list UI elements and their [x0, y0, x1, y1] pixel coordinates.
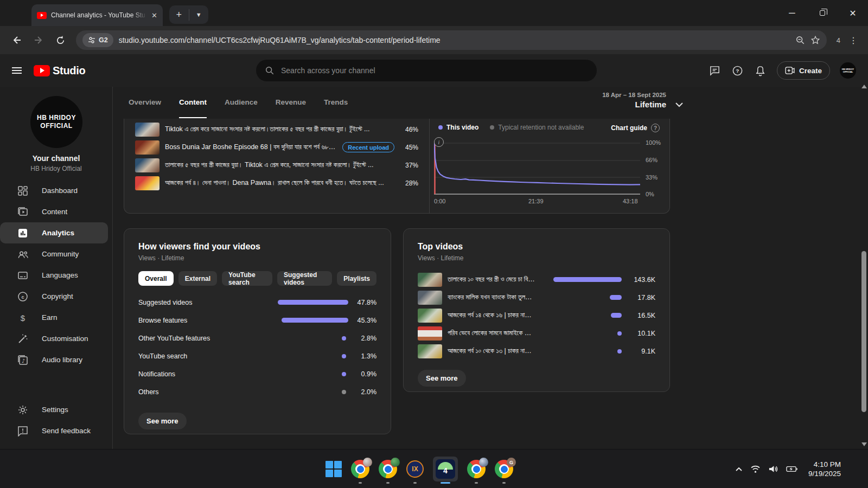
sidebar-item-community[interactable]: Community: [0, 243, 108, 265]
create-button[interactable]: Create: [777, 61, 830, 80]
search-input[interactable]: [281, 66, 588, 75]
sidebar-item-send-feedback[interactable]: Send feedback: [0, 420, 108, 441]
top-video-row[interactable]: আজকের পর্ব ১০ থেকে ১৩ | চাকর নাকি বি... …: [418, 342, 655, 360]
taskbar-active-app[interactable]: 4: [433, 454, 458, 484]
channel-avatar[interactable]: HB HRIDOY OFFICIAL: [30, 96, 82, 148]
notifications-bell-icon[interactable]: [754, 64, 767, 77]
top-video-row[interactable]: ব্যাংকের মালিক যখন ব্যাংকে টাকা তুলতে ..…: [418, 288, 655, 306]
traffic-row[interactable]: Others 2.0%: [138, 383, 376, 401]
top-video-row[interactable]: আজকের পর্ব ১৪ থেকে ১৬ | চাকর নাকি বি... …: [418, 306, 655, 324]
chip-playlists[interactable]: Playlists: [337, 271, 376, 286]
window-close-button[interactable]: ✕: [838, 0, 868, 26]
retention-line-chart[interactable]: [434, 143, 641, 195]
taskbar-chrome-4[interactable]: G: [495, 454, 513, 484]
copyright-icon: c: [17, 291, 29, 303]
hamburger-menu-icon[interactable]: [12, 67, 22, 74]
taskbar-chrome-3[interactable]: [467, 454, 486, 484]
top-video-row[interactable]: গরিব ভেবে লোকের সামনে জামাইকে নিয়ে... 1…: [418, 324, 655, 342]
chip-external[interactable]: External: [178, 271, 217, 286]
tab-search-chevron-icon[interactable]: ▼: [189, 11, 209, 18]
traffic-row[interactable]: Other YouTube features 2.8%: [138, 329, 376, 347]
scroll-up-icon[interactable]: [861, 85, 867, 88]
video-row[interactable]: Tiktok এ প্রেম করে সাজানো সংসার নষ্ট করল…: [124, 120, 429, 138]
tab-close-icon[interactable]: ✕: [151, 11, 157, 20]
site-info-badge[interactable]: G2: [82, 33, 113, 47]
date-range-picker[interactable]: 18 Apr – 18 Sept 2025 Lifetime: [602, 92, 666, 109]
sidebar-item-dashboard[interactable]: Dashboard: [0, 180, 108, 201]
back-button[interactable]: [8, 31, 26, 49]
traffic-dot: [342, 354, 346, 358]
help-icon[interactable]: ?: [731, 64, 744, 77]
site-badge-label: G2: [99, 36, 108, 44]
chart-guide-label: Chart guide: [611, 124, 647, 132]
battery-charging-icon[interactable]: [786, 466, 797, 472]
taskbar-chrome-2[interactable]: [379, 454, 397, 484]
hidden-icons-chevron-icon[interactable]: [735, 467, 743, 472]
taskbar-chrome-1[interactable]: [351, 454, 369, 484]
top-video-row[interactable]: তালাকের ১০ বছর পর স্ত্রী ও মেয়ে চা বিক্…: [418, 271, 655, 288]
taskbar-ix-app[interactable]: IX: [406, 454, 424, 484]
traffic-dot: [342, 336, 346, 341]
sidebar-item-analytics[interactable]: Analytics: [0, 222, 108, 243]
traffic-row[interactable]: Notifications 0.9%: [138, 365, 376, 383]
start-button[interactable]: [326, 454, 342, 484]
sidebar-item-settings[interactable]: Settings: [0, 399, 108, 420]
window-restore-button[interactable]: [807, 0, 838, 26]
taskbar-clock[interactable]: 4:10 PM 9/19/2025: [808, 460, 841, 478]
top-videos-see-more-button[interactable]: See more: [418, 370, 466, 387]
chip-youtube-search[interactable]: YouTube search: [222, 271, 272, 286]
browser-toolbar: G2 studio.youtube.com/channel/UCT6cs2cfw…: [0, 26, 868, 54]
page-scrollbar[interactable]: [860, 82, 867, 448]
browser-menu-icon[interactable]: ⋮: [847, 35, 860, 46]
earn-icon: $: [17, 312, 29, 324]
reload-button[interactable]: [51, 31, 69, 49]
tab-content[interactable]: Content: [179, 87, 207, 118]
chart-guide-help-icon[interactable]: ?: [651, 124, 660, 132]
tab-trends[interactable]: Trends: [324, 87, 348, 118]
traffic-see-more-button[interactable]: See more: [138, 413, 187, 429]
forward-button[interactable]: [29, 31, 48, 49]
scroll-down-icon[interactable]: [861, 442, 867, 446]
bookmark-star-icon[interactable]: [810, 35, 820, 45]
chart-info-icon[interactable]: i: [434, 137, 444, 147]
window-minimize-button[interactable]: ─: [777, 0, 807, 26]
extensions-count[interactable]: 4: [833, 36, 844, 44]
tab-revenue[interactable]: Revenue: [276, 87, 306, 118]
date-range-chevron-icon[interactable]: [675, 100, 684, 110]
tab-audience[interactable]: Audience: [225, 87, 258, 118]
url-text[interactable]: studio.youtube.com/channel/UCT6cs2cfwjRu…: [119, 36, 790, 44]
video-row[interactable]: আজকের পর্ব ৪। দেনা পাওনা। Dena Pawna। রা…: [124, 174, 429, 192]
account-avatar[interactable]: HB HRIDOY OFFICIAL: [840, 62, 856, 79]
sidebar-item-languages[interactable]: Languages: [0, 265, 108, 286]
traffic-row[interactable]: Suggested videos 47.8%: [138, 293, 376, 311]
sidebar-item-content[interactable]: Content: [0, 201, 108, 222]
top-videos-title: Top videos: [418, 242, 655, 252]
traffic-row[interactable]: Browse features 45.3%: [138, 311, 376, 329]
feedback-icon[interactable]: [709, 64, 722, 77]
studio-logo[interactable]: Studio: [34, 65, 85, 77]
sidebar-item-earn[interactable]: $ Earn: [0, 307, 108, 328]
chip-overall[interactable]: Overall: [138, 271, 174, 286]
typical-retention-dot-icon: [490, 125, 494, 130]
wifi-icon[interactable]: [750, 465, 761, 473]
video-thumbnail: [135, 176, 159, 190]
video-row[interactable]: তালাকের ৫ বছর পর স্ত্রী কাজের বুয়া। Tik…: [124, 156, 429, 174]
browser-tab[interactable]: Channel analytics - YouTube Stu ✕: [31, 4, 163, 26]
video-row[interactable]: Boss Dunia Jar Boshe Episode 68 | বস দুন…: [124, 138, 429, 156]
new-tab-button[interactable]: +: [169, 9, 189, 21]
scrollbar-thumb[interactable]: [861, 251, 866, 412]
channel-search-bar[interactable]: [256, 60, 597, 81]
traffic-row[interactable]: YouTube search 1.3%: [138, 347, 376, 365]
chart-guide[interactable]: Chart guide ?: [611, 124, 660, 132]
chip-suggested-videos[interactable]: Suggested videos: [277, 271, 332, 286]
sidebar-item-customisation[interactable]: Customisation: [0, 328, 108, 349]
volume-icon[interactable]: [768, 465, 778, 473]
views-value: 17.8K: [627, 294, 655, 301]
tab-title: Channel analytics - YouTube Stu: [51, 11, 147, 19]
sidebar-item-copyright[interactable]: c Copyright: [0, 286, 108, 307]
sidebar-item-audio-library[interactable]: ♪ Audio library: [0, 349, 108, 370]
chrome-icon: G: [495, 460, 513, 478]
zoom-page-icon[interactable]: [795, 35, 805, 45]
address-bar[interactable]: G2 studio.youtube.com/channel/UCT6cs2cfw…: [76, 30, 827, 50]
tab-overview[interactable]: Overview: [129, 87, 161, 118]
